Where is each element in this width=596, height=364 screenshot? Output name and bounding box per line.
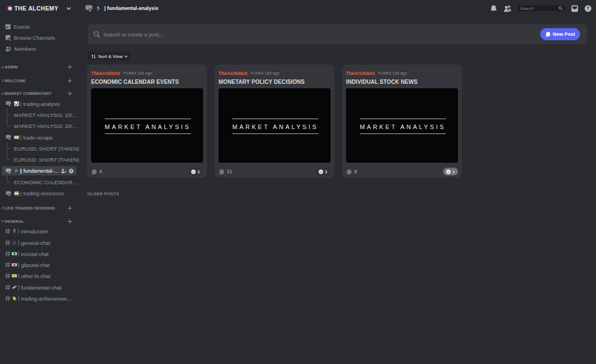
svg-text:?: ? bbox=[587, 6, 589, 11]
